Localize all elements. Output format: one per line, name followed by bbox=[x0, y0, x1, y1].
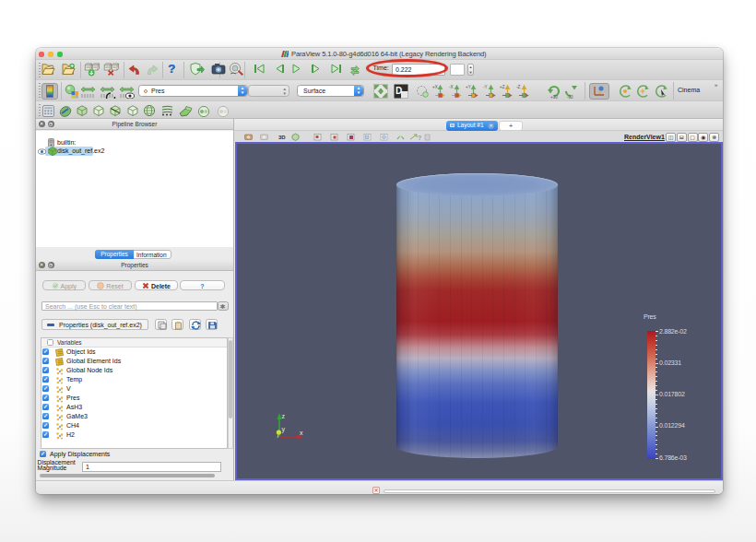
svg-text:D: D bbox=[396, 86, 402, 96]
svg-text:+X: +X bbox=[432, 85, 438, 89]
svg-text:-Y: -Y bbox=[483, 85, 488, 89]
svg-text:z: z bbox=[282, 413, 286, 419]
svg-text:?: ? bbox=[418, 135, 421, 141]
svg-text:x: x bbox=[300, 430, 303, 436]
svg-text:-90: -90 bbox=[567, 94, 573, 99]
svg-text:-Z: -Z bbox=[516, 85, 520, 89]
svg-text:-X: -X bbox=[449, 85, 454, 89]
svg-text:+90: +90 bbox=[550, 94, 558, 99]
svg-text:3D: 3D bbox=[278, 135, 286, 140]
svg-text:+Y: +Y bbox=[466, 85, 471, 89]
svg-text:y: y bbox=[282, 426, 286, 433]
svg-text:+Z: +Z bbox=[500, 85, 505, 89]
